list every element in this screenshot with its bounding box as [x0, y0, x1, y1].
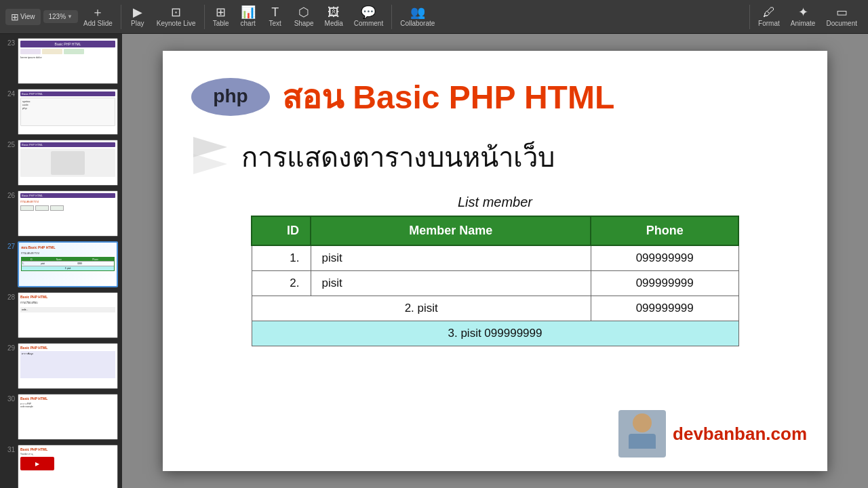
- cell-id-1: 1.: [252, 245, 311, 271]
- slide-num-30: 30: [4, 394, 15, 403]
- keynote-live-icon: ⊡: [171, 6, 181, 18]
- cell-phone-2: 099999999: [591, 271, 738, 296]
- slide-num-31: 31: [4, 445, 15, 453]
- table-row: 2. pisit 099999999: [252, 271, 738, 296]
- play-icon: ▶: [133, 6, 142, 18]
- avatar-head: [633, 413, 652, 432]
- slide-thumb-28[interactable]: 28 Basic PHP HTML การเปรียบเทียบ code...: [3, 291, 119, 340]
- zoom-button[interactable]: 123% ▼: [43, 10, 79, 23]
- slide-preview-29: Basic PHP HTML ตารางข้อมูล: [18, 343, 118, 389]
- slide-num-23: 23: [4, 38, 15, 47]
- view-label: View: [20, 13, 35, 20]
- table-row: 1. pisit 099999999: [252, 245, 738, 271]
- slide-num-27: 27: [4, 241, 15, 250]
- animate-button[interactable]: ✦ Animate: [785, 3, 821, 30]
- slide-preview-23: Basic PHP HTML lorem ipsum dolor: [18, 38, 118, 84]
- slide-num-26: 26: [4, 190, 15, 199]
- thai-subtitle-row: การแสดงตารางบนหน้าเว็บ: [190, 134, 800, 181]
- separator-2: [204, 5, 205, 29]
- format-button[interactable]: 🖊 Format: [753, 3, 785, 30]
- table-icon: ⊞: [216, 6, 226, 18]
- slide-thumb-27[interactable]: 27 สอน Basic PHP HTML การแสดงตาราง ID Na…: [3, 240, 119, 289]
- slide-canvas: php สอน Basic PHP HTML การแสดงตารางบนหน้…: [122, 34, 868, 488]
- slide-preview-24: Basic PHP HTML syntaxcodephp: [18, 89, 118, 135]
- format-label: Format: [758, 20, 780, 27]
- main-area: 23 Basic PHP HTML lorem ipsum dolor 24: [0, 34, 868, 488]
- keynote-live-button[interactable]: ⊡ Keynote Live: [151, 3, 201, 30]
- slide-preview-28: Basic PHP HTML การเปรียบเทียบ code...: [18, 292, 118, 338]
- avatar: [618, 410, 666, 458]
- view-button[interactable]: ⊞ View: [5, 9, 41, 25]
- collaborate-button[interactable]: 👥 Collaborate: [395, 3, 440, 30]
- play-button[interactable]: ▶ Play: [124, 3, 151, 30]
- cell-name-2: pisit: [311, 271, 591, 296]
- slide-thumb-25[interactable]: 25 Basic PHP HTML: [3, 138, 119, 187]
- add-slide-button[interactable]: ＋ Add Slide: [78, 3, 118, 30]
- comment-button[interactable]: 💬 Comment: [349, 3, 389, 30]
- slide-27: php สอน Basic PHP HTML การแสดงตารางบนหน้…: [163, 51, 827, 471]
- table-row: 2. pisit 099999999: [252, 296, 738, 321]
- cell-name-1: pisit: [311, 245, 591, 271]
- separator-1: [121, 5, 121, 29]
- table-button[interactable]: ⊞ Table: [208, 3, 235, 30]
- slide-num-25: 25: [4, 140, 15, 148]
- slide-thumb-29[interactable]: 29 Basic PHP HTML ตารางข้อมูล: [3, 342, 119, 390]
- add-slide-icon: ＋: [92, 6, 104, 18]
- watermark-text: devbanban.com: [673, 424, 807, 445]
- chart-label: chart: [241, 20, 256, 27]
- separator-4: [749, 5, 750, 29]
- play-label: Play: [131, 20, 144, 27]
- thai-subtitle-text: การแสดงตารางบนหน้าเว็บ: [241, 136, 555, 179]
- comment-icon: 💬: [361, 6, 376, 18]
- slide-thumb-30[interactable]: 30 Basic PHP HTML ตาราง PHPcode example: [3, 392, 119, 441]
- animate-label: Animate: [791, 20, 816, 27]
- shape-button[interactable]: ⬡ Shape: [289, 3, 319, 30]
- slide-preview-31: Basic PHP HTML Youtube ต่างๆ ▶: [18, 445, 118, 488]
- separator-3: [391, 5, 392, 29]
- slide-title-text: สอน Basic PHP HTML: [282, 71, 614, 123]
- animate-icon: ✦: [798, 6, 808, 18]
- svg-marker-3: [193, 154, 227, 174]
- slide-thumb-31[interactable]: 31 Basic PHP HTML Youtube ต่างๆ ▶: [3, 443, 119, 488]
- collaborate-icon: 👥: [410, 6, 425, 18]
- comment-label: Comment: [354, 20, 383, 27]
- cell-phone-3: 099999999: [591, 296, 738, 321]
- slides-sidebar: 23 Basic PHP HTML lorem ipsum dolor 24: [0, 34, 122, 488]
- cell-full-merged-4: 3. pisit 099999999: [252, 321, 738, 346]
- slide-title-thai: สอน Basic PHP HTML: [282, 79, 614, 115]
- slide-thumb-24[interactable]: 24 Basic PHP HTML syntaxcodephp: [3, 87, 119, 136]
- table-header-row: ID Member Name Phone: [252, 216, 738, 245]
- col-header-name: Member Name: [311, 216, 591, 245]
- chart-button[interactable]: 📊 chart: [235, 3, 262, 30]
- avatar-body: [629, 434, 656, 449]
- table-label: Table: [213, 20, 229, 27]
- member-table: ID Member Name Phone 1. pisit 099999999 …: [251, 216, 739, 346]
- document-button[interactable]: ▭ Document: [821, 3, 863, 30]
- cell-phone-1: 099999999: [591, 245, 738, 271]
- text-icon: T: [271, 6, 279, 18]
- col-header-phone: Phone: [591, 216, 738, 245]
- media-button[interactable]: 🖼 Media: [319, 3, 349, 30]
- slide-preview-25: Basic PHP HTML: [18, 140, 118, 186]
- php-logo: php: [190, 77, 271, 117]
- chart-icon: 📊: [241, 6, 256, 18]
- slide-preview-30: Basic PHP HTML ตาราง PHPcode example: [18, 394, 118, 440]
- text-button[interactable]: T Text: [262, 3, 289, 30]
- shape-icon: ⬡: [298, 6, 309, 18]
- cell-id-2: 2.: [252, 271, 311, 296]
- slide-thumb-26[interactable]: 26 Basic PHP HTML การแสดงตาราง: [3, 189, 119, 238]
- svg-text:php: php: [213, 85, 248, 106]
- format-icon: 🖊: [763, 6, 775, 18]
- slide-num-28: 28: [4, 292, 15, 301]
- document-label: Document: [826, 20, 857, 27]
- media-icon: 🖼: [328, 6, 340, 18]
- cell-merged-3: 2. pisit: [252, 296, 591, 321]
- table-row-highlight: 3. pisit 099999999: [252, 321, 738, 346]
- media-label: Media: [325, 20, 343, 27]
- shape-label: Shape: [294, 20, 314, 27]
- svg-marker-2: [193, 137, 227, 157]
- col-header-id: ID: [252, 216, 311, 245]
- slide-thumb-23[interactable]: 23 Basic PHP HTML lorem ipsum dolor: [3, 37, 119, 85]
- add-slide-label: Add Slide: [83, 20, 113, 27]
- keynote-live-label: Keynote Live: [157, 20, 196, 27]
